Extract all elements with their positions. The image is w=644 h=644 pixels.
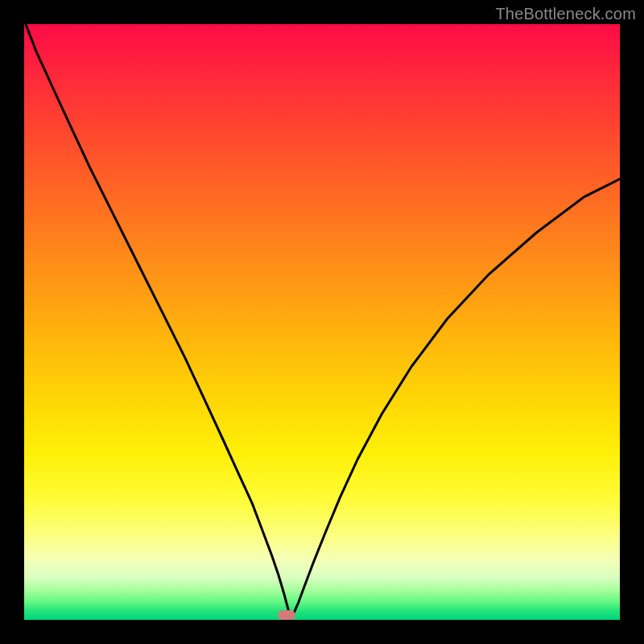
chart-frame: TheBottleneck.com xyxy=(0,0,644,644)
watermark-text: TheBottleneck.com xyxy=(495,5,636,23)
optimum-marker xyxy=(278,610,295,620)
bottleneck-curve-svg xyxy=(24,24,620,620)
bottleneck-curve-path xyxy=(24,24,620,615)
plot-area xyxy=(24,24,620,620)
